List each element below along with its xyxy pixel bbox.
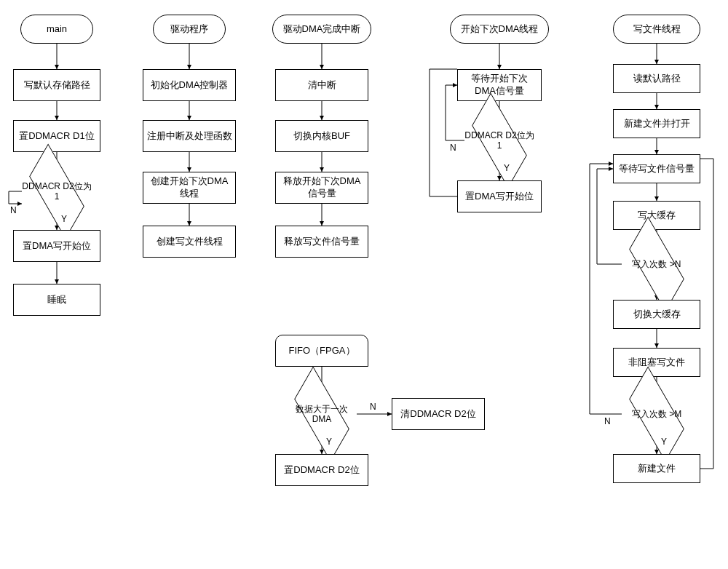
switch-kernel-buf: 切换内核BUF bbox=[275, 120, 368, 152]
main-start: main bbox=[20, 15, 93, 44]
data-gt-one-dma-label: 数据大于一次DMA bbox=[287, 404, 357, 425]
check-d2-2: DDMACR D2位为1 bbox=[464, 122, 534, 159]
nonblock-write-file-label: 非阻塞写文件 bbox=[628, 357, 685, 369]
set-ddmacr-d2: 置DDMACR D2位 bbox=[275, 454, 368, 486]
new-file-label: 新建文件 bbox=[638, 463, 676, 475]
driver-start-label: 驱动程序 bbox=[170, 23, 208, 36]
set-ddmacr-d1-label: 置DDMACR D1位 bbox=[19, 130, 94, 143]
release-next-dma-sem-label: 释放开始下次DMA信号量 bbox=[279, 175, 365, 200]
release-write-file-sem: 释放写文件信号量 bbox=[275, 226, 368, 258]
wait-next-dma-sem-label: 等待开始下次DMA信号量 bbox=[461, 73, 538, 98]
check-count-n-label: 写入次数 >N bbox=[632, 259, 681, 269]
write-file-start-label: 写文件线程 bbox=[633, 23, 681, 36]
dma-int-start: 驱动DMA完成中断 bbox=[272, 15, 371, 44]
wait-write-file-sem-label: 等待写文件信号量 bbox=[619, 163, 695, 175]
switch-kernel-buf-label: 切换内核BUF bbox=[293, 130, 350, 143]
driver-start: 驱动程序 bbox=[153, 15, 226, 44]
create-next-dma-thread-label: 创建开始下次DMA线程 bbox=[146, 175, 232, 200]
col1-no-label: N bbox=[10, 205, 17, 215]
col1-yes-label: Y bbox=[61, 214, 67, 224]
next-dma-start-label: 开始下次DMA线程 bbox=[461, 23, 539, 36]
init-dma-controller-label: 初始化DMA控制器 bbox=[151, 79, 229, 92]
check-count-n: 写入次数 >N bbox=[622, 246, 692, 282]
write-big-cache-label: 写大缓存 bbox=[638, 210, 676, 222]
fpga-no-label: N bbox=[370, 402, 376, 412]
col5-no-label: N bbox=[604, 416, 611, 426]
wait-write-file-sem: 等待写文件信号量 bbox=[613, 154, 700, 183]
register-interrupt-label: 注册中断及处理函数 bbox=[147, 130, 232, 143]
clear-interrupt: 清中断 bbox=[275, 69, 368, 101]
wait-next-dma-sem: 等待开始下次DMA信号量 bbox=[457, 69, 542, 101]
switch-big-cache: 切换大缓存 bbox=[613, 300, 700, 329]
set-dma-write-start-2: 置DMA写开始位 bbox=[457, 180, 542, 212]
check-d2-2-label: DDMACR D2位为1 bbox=[464, 130, 534, 151]
clear-ddmacr-d2-label: 清DDMACR D2位 bbox=[400, 408, 475, 421]
dma-int-start-label: 驱动DMA完成中断 bbox=[283, 23, 361, 36]
fpga-fifo-start-label: FIFO（FPGA） bbox=[289, 344, 355, 357]
set-ddmacr-d2-label: 置DDMACR D2位 bbox=[284, 464, 359, 477]
create-open-file-label: 新建文件并打开 bbox=[624, 118, 690, 130]
col4-yes-label: Y bbox=[504, 163, 510, 173]
check-count-m: 写入次数 >M bbox=[622, 396, 692, 432]
switch-big-cache-label: 切换大缓存 bbox=[633, 309, 681, 321]
write-default-path-label: 写默认存储路径 bbox=[24, 79, 90, 92]
write-default-path: 写默认存储路径 bbox=[13, 69, 100, 101]
clear-interrupt-label: 清中断 bbox=[308, 79, 336, 92]
write-file-start: 写文件线程 bbox=[613, 15, 700, 44]
fpga-yes-label: Y bbox=[326, 437, 332, 447]
register-interrupt: 注册中断及处理函数 bbox=[143, 120, 236, 152]
fpga-fifo-start: FIFO（FPGA） bbox=[275, 335, 368, 367]
create-write-file-thread: 创建写文件线程 bbox=[143, 226, 236, 258]
release-write-file-sem-label: 释放写文件信号量 bbox=[284, 236, 360, 248]
create-open-file: 新建文件并打开 bbox=[613, 109, 700, 138]
release-next-dma-sem: 释放开始下次DMA信号量 bbox=[275, 172, 368, 204]
main-start-label: main bbox=[47, 23, 67, 36]
next-dma-start: 开始下次DMA线程 bbox=[450, 15, 549, 44]
clear-ddmacr-d2: 清DDMACR D2位 bbox=[392, 398, 485, 430]
read-default-path: 读默认路径 bbox=[613, 64, 700, 93]
init-dma-controller: 初始化DMA控制器 bbox=[143, 69, 236, 101]
create-write-file-thread-label: 创建写文件线程 bbox=[157, 236, 223, 248]
data-gt-one-dma: 数据大于一次DMA bbox=[287, 396, 357, 432]
col4-no-label: N bbox=[450, 143, 456, 153]
write-big-cache: 写大缓存 bbox=[613, 201, 700, 230]
set-dma-write-start-2-label: 置DMA写开始位 bbox=[465, 191, 534, 203]
set-dma-write-start-1: 置DMA写开始位 bbox=[13, 230, 100, 262]
check-d2-1-label: DDMACR D2位为1 bbox=[22, 181, 92, 202]
create-next-dma-thread: 创建开始下次DMA线程 bbox=[143, 172, 236, 204]
check-d2-1: DDMACR D2位为1 bbox=[22, 173, 92, 210]
col5-yes-label: Y bbox=[661, 437, 667, 447]
read-default-path-label: 读默认路径 bbox=[633, 73, 681, 85]
sleep-label: 睡眠 bbox=[47, 294, 66, 306]
check-count-m-label: 写入次数 >M bbox=[632, 409, 681, 419]
new-file: 新建文件 bbox=[613, 454, 700, 483]
set-dma-write-start-1-label: 置DMA写开始位 bbox=[23, 240, 91, 252]
nonblock-write-file: 非阻塞写文件 bbox=[613, 348, 700, 377]
set-ddmacr-d1: 置DDMACR D1位 bbox=[13, 120, 100, 152]
sleep: 睡眠 bbox=[13, 284, 100, 316]
